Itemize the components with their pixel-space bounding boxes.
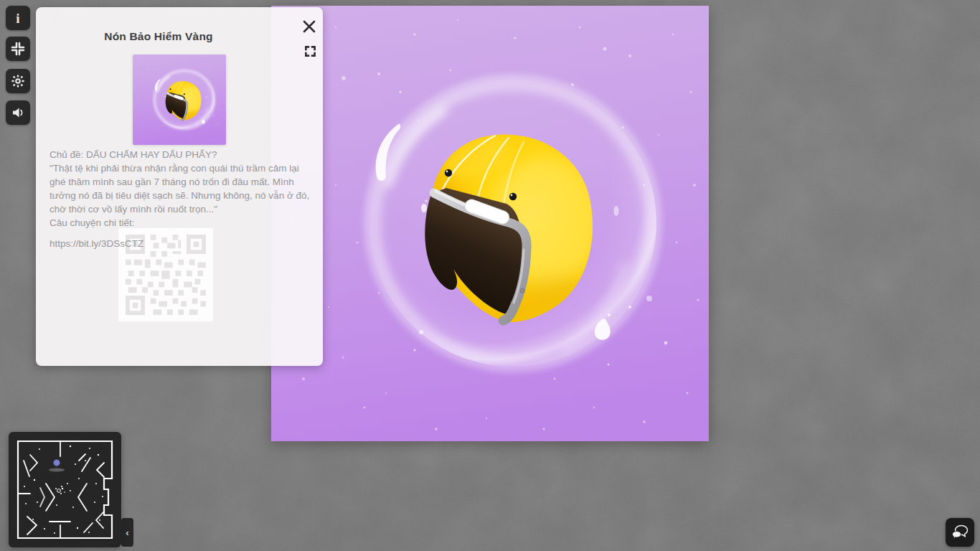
- compress-icon: [9, 40, 27, 57]
- minimap-collapse-button[interactable]: ‹: [121, 518, 133, 547]
- minimap[interactable]: [9, 432, 121, 547]
- artwork-display: [271, 6, 709, 441]
- artifact-description: Chủ đề: DẤU CHẤM HAY DẤU PHẨY? "Thật tệ …: [50, 148, 316, 230]
- virtual-tour-viewport: i: [0, 0, 980, 551]
- artifact-title: Nón Bảo Hiểm Vàng: [36, 30, 281, 43]
- minimap-center-cluster: [55, 488, 65, 494]
- settings-button[interactable]: [6, 69, 30, 93]
- artifact-link: https://bit.ly/3DSsCTZ: [50, 237, 143, 250]
- close-button[interactable]: [300, 17, 319, 36]
- minimap-player-marker: [49, 460, 65, 472]
- svg-text:i: i: [16, 11, 19, 26]
- expand-button[interactable]: [301, 42, 319, 60]
- chat-button[interactable]: [946, 518, 974, 547]
- speaker-icon: [9, 104, 27, 121]
- minimap-floorplan: [16, 439, 114, 540]
- chevron-left-icon: ‹: [126, 527, 128, 538]
- info-icon: i: [9, 9, 27, 27]
- close-icon: [301, 18, 318, 35]
- artifact-info-panel: Nón Bảo Hiểm Vàng Chủ đề: DẤU CHẤM HAY D…: [36, 7, 323, 366]
- compress-button[interactable]: [6, 37, 30, 61]
- expand-icon: [303, 44, 318, 59]
- gear-icon: [9, 72, 27, 90]
- info-button[interactable]: i: [6, 6, 30, 30]
- artifact-thumbnail: [133, 55, 226, 145]
- helmet-artwork-image: [271, 6, 709, 441]
- audio-button[interactable]: [6, 100, 30, 125]
- chat-bubbles-icon: [951, 524, 969, 540]
